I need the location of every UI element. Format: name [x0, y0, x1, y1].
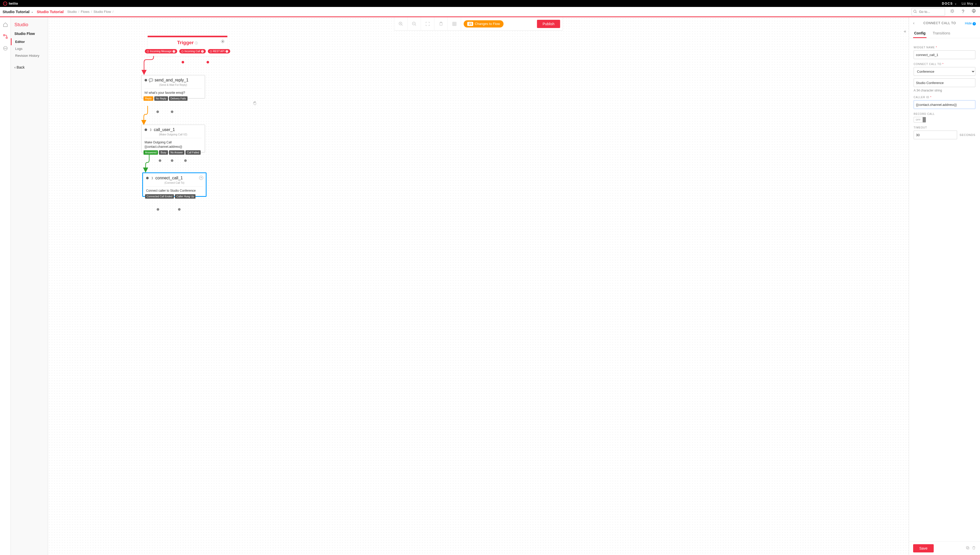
svg-rect-5 [6, 37, 7, 38]
publish-button[interactable]: Publish [537, 20, 560, 28]
crumb-flows[interactable]: Flows [81, 10, 90, 14]
widget-name: send_and_reply_1 [154, 78, 188, 82]
svg-point-3 [973, 11, 975, 12]
out-no-reply[interactable]: No Reply [154, 96, 168, 101]
label-record-call: RECORD CALL [914, 112, 975, 115]
project-name-highlight: Studio Tutorial [37, 10, 64, 14]
brand-text: twilio [9, 2, 18, 5]
timeout-input[interactable] [914, 130, 957, 139]
settings-icon[interactable] [970, 8, 977, 15]
out-caller-hung-up[interactable]: Caller Hung Up [175, 194, 195, 199]
input-port-icon [145, 79, 147, 82]
svg-point-33 [222, 41, 223, 42]
more-icon[interactable] [3, 45, 8, 51]
widget-name: call_user_1 [154, 127, 175, 132]
outlet-rest-api[interactable]: REST API? [208, 49, 230, 53]
nav-editor[interactable]: Editor [11, 38, 48, 45]
out-no-answer[interactable]: No Answer [169, 150, 184, 155]
flow-name: Studio Flow [11, 32, 48, 38]
panel-title: Studio [11, 22, 48, 32]
zoom-out-icon[interactable] [408, 17, 421, 30]
changes-count: 15 [467, 22, 473, 26]
input-port-icon [146, 177, 149, 180]
widget-subtitle: (Make Outgoing Call V2) [142, 133, 205, 138]
back-link[interactable]: ‹ Back [11, 59, 48, 75]
collapse-panel-icon[interactable]: « [904, 29, 906, 34]
crumb-studio[interactable]: Studio [67, 10, 77, 14]
connect-to-select[interactable]: Conference [914, 67, 975, 76]
svg-rect-4 [3, 35, 5, 36]
chevron-down-icon: ⌄ [954, 2, 957, 5]
gear-icon[interactable] [221, 39, 225, 45]
widget-send-and-reply[interactable]: 💬 send_and_reply_1 (Send & Wait For Repl… [141, 75, 205, 98]
svg-line-1 [916, 12, 916, 13]
search-box[interactable] [912, 8, 945, 16]
info-icon: ⓘ [195, 42, 198, 45]
out-answered[interactable]: Answered [143, 150, 158, 155]
out-delivery-fails[interactable]: Delivery Fails [169, 96, 188, 101]
chevron-down-icon: ⌄ [975, 2, 977, 5]
widget-name-input[interactable] [914, 50, 975, 59]
input-port-icon [145, 128, 147, 131]
close-icon[interactable]: ✕ [199, 176, 203, 180]
chevron-left-icon[interactable]: ‹ [913, 21, 914, 26]
duplicate-icon[interactable] [966, 546, 970, 551]
home-icon[interactable] [3, 22, 8, 27]
label-connect-to: CONNECT CALL TO * [914, 63, 975, 66]
hide-button[interactable]: Hide? [965, 21, 976, 26]
changes-label: Changes to Flow [475, 22, 500, 26]
conference-hint: A 34 character string [914, 89, 975, 92]
fit-icon[interactable] [421, 17, 434, 30]
project-selector[interactable]: Studio Tutorial ⌄ [3, 10, 33, 14]
svg-rect-28 [452, 22, 456, 26]
svg-line-20 [402, 24, 402, 26]
save-button[interactable]: Save [913, 544, 934, 552]
chevron-down-icon: ⌄ [31, 10, 33, 13]
svg-line-24 [415, 24, 416, 26]
crumb-studioflow[interactable]: Studio Flow [93, 10, 111, 14]
changes-pill[interactable]: 15 Changes to Flow [464, 20, 504, 27]
help-icon[interactable]: ? [959, 9, 967, 14]
trash-icon[interactable] [972, 546, 976, 551]
svg-point-2 [951, 10, 953, 12]
widget-connect-call[interactable]: 🕽 connect_call_1 ✕ (Connect Call To) Con… [143, 173, 206, 197]
widget-trigger[interactable]: Trigger ⓘ Incoming Message? Incoming Cal… [148, 36, 227, 56]
nav-logs[interactable]: Logs [11, 45, 48, 52]
search-icon [913, 10, 917, 14]
phone-icon: 🕽 [149, 128, 152, 132]
user-menu[interactable]: Liz Moy ⌄ [962, 2, 977, 5]
out-busy[interactable]: Busy [159, 150, 168, 155]
config-title: CONNECT CALL TO [917, 21, 962, 25]
debug-icon[interactable] [949, 8, 956, 15]
label-timeout: TIMEOUT [914, 126, 975, 129]
out-reply[interactable]: Reply [143, 96, 153, 101]
out-call-failed[interactable]: Call Failed [185, 150, 201, 155]
out-connected-ended[interactable]: Connected Call Ended [145, 194, 174, 199]
clipboard-icon[interactable] [434, 17, 448, 30]
flow-icon[interactable] [3, 34, 8, 39]
nav-revision-history[interactable]: Revision History [11, 52, 48, 59]
widget-call-user[interactable]: 🕽 call_user_1 (Make Outgoing Call V2) Ma… [141, 125, 205, 152]
grid-icon[interactable] [448, 17, 461, 30]
twilio-logo[interactable]: •• twilio [3, 2, 18, 6]
chat-icon: 💬 [149, 78, 153, 82]
svg-rect-35 [966, 547, 969, 549]
trigger-title: Trigger [177, 40, 194, 45]
widget-name: connect_call_1 [155, 176, 183, 180]
record-call-toggle[interactable]: OFF [914, 117, 926, 123]
svg-point-0 [914, 10, 916, 12]
outlet-incoming-message[interactable]: Incoming Message? [145, 49, 177, 53]
docs-menu[interactable]: DOCS ⌄ [942, 2, 957, 5]
label-widget-name: WIDGET NAME * [914, 46, 975, 49]
tab-config[interactable]: Config [913, 29, 927, 38]
tab-transitions[interactable]: Transitions [932, 29, 951, 38]
conference-name-input[interactable] [914, 79, 975, 87]
zoom-in-icon[interactable] [394, 17, 408, 30]
widget-subtitle: (Send & Wait For Reply) [142, 83, 205, 88]
svg-point-7 [4, 48, 5, 48]
widget-subtitle: (Connect Call To) [143, 181, 206, 186]
caller-id-input[interactable] [914, 100, 975, 109]
outlet-incoming-call[interactable]: Incoming Call? [179, 49, 206, 53]
svg-point-8 [5, 48, 6, 48]
svg-point-9 [6, 48, 7, 48]
